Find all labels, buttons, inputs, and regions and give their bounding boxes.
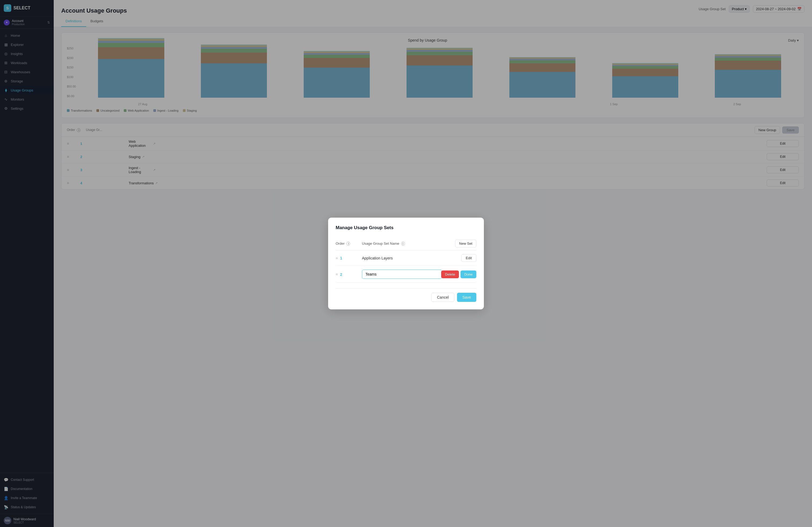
name-info-icon[interactable]: ℹ [401, 242, 405, 245]
modal-drag-icon-2[interactable]: ≡ [336, 272, 338, 276]
manage-usage-group-sets-modal: Manage Usage Group Sets Order ℹ Usage Gr… [328, 217, 484, 310]
modal-row-1: ≡ 1 Application Layers Edit [336, 250, 476, 266]
modal-order-2: 2 [340, 272, 342, 277]
modal-save-button[interactable]: Save [457, 293, 476, 302]
modal-delete-button-2[interactable]: Delete [441, 270, 459, 278]
modal-name-input-2[interactable] [362, 270, 442, 279]
modal-row-2: ≡ 2 Delete Done [336, 266, 476, 283]
modal-title: Manage Usage Group Sets [336, 225, 393, 230]
modal-col-order-label: Order [336, 241, 345, 245]
modal-cancel-button[interactable]: Cancel [431, 293, 454, 302]
modal-name-1: Application Layers [362, 256, 442, 260]
modal-drag-icon-1[interactable]: ≡ [336, 256, 338, 260]
modal-overlay[interactable]: Manage Usage Group Sets Order ℹ Usage Gr… [0, 0, 812, 527]
modal-header: Manage Usage Group Sets [336, 225, 476, 236]
modal-col-name-label: Usage Group Set Name [362, 241, 399, 245]
new-set-button[interactable]: New Set [455, 240, 476, 247]
order-info-icon[interactable]: ℹ [346, 242, 350, 245]
modal-order-1: 1 [340, 256, 342, 260]
modal-footer: Cancel Save [336, 288, 476, 302]
modal-edit-button-1[interactable]: Edit [461, 254, 476, 262]
modal-done-button-2[interactable]: Done [461, 270, 476, 278]
